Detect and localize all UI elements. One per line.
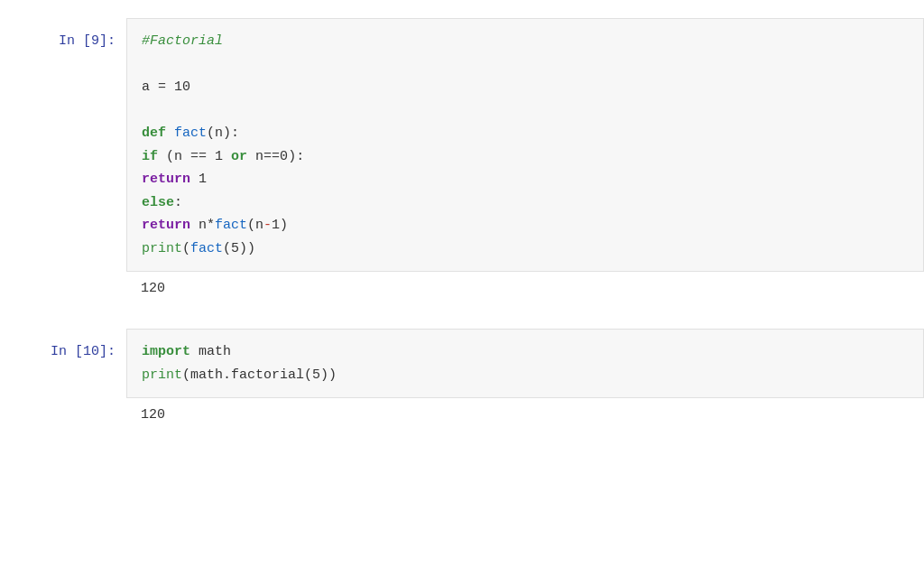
- code-line: print(math.factorial(5)): [142, 364, 909, 387]
- code-line: return 1: [142, 168, 909, 191]
- code-token: n*: [190, 218, 215, 233]
- code-token: fact: [215, 218, 247, 233]
- code-token: ):: [288, 149, 304, 164]
- code-token: :: [174, 195, 182, 210]
- cell-input-row: In [10]:import mathprint(math.factorial(…: [0, 329, 924, 398]
- code-token: 1: [207, 149, 231, 164]
- code-line: return n*fact(n-1): [142, 214, 909, 237]
- code-line: if (n == 1 or n==0):: [142, 145, 909, 169]
- code-token: n: [247, 149, 263, 164]
- cell-input-row: In [9]:#Factorial a = 10 def fact(n): if…: [0, 18, 924, 272]
- code-token: def: [142, 125, 166, 141]
- code-token: print: [142, 241, 182, 256]
- code-line: [142, 99, 909, 123]
- code-token: #Factorial: [142, 33, 223, 49]
- code-token: a: [142, 79, 150, 95]
- notebook: In [9]:#Factorial a = 10 def fact(n): if…: [0, 0, 924, 473]
- code-token: math: [190, 344, 231, 359]
- code-token: (math.factorial(5)): [182, 367, 337, 383]
- code-token: 1): [272, 218, 288, 233]
- code-token: [166, 125, 174, 141]
- cell-output-value: 120: [126, 398, 924, 439]
- code-token: fact: [174, 125, 207, 141]
- code-token: print: [142, 367, 182, 383]
- code-token: 1: [190, 172, 207, 187]
- code-line: [142, 53, 909, 77]
- code-token: return: [142, 172, 190, 187]
- code-line: import math: [142, 340, 909, 364]
- code-token: =: [150, 79, 174, 95]
- output-spacer: [0, 398, 126, 439]
- code-token: (n: [247, 218, 263, 233]
- cell-separator: [0, 312, 924, 329]
- cell-label: In [10]:: [0, 329, 126, 376]
- code-line: a = 10: [142, 76, 909, 99]
- cell-output-row: 120: [0, 272, 924, 312]
- code-token: (5)): [223, 241, 255, 256]
- code-token: if: [142, 149, 158, 164]
- cell-code[interactable]: import mathprint(math.factorial(5)): [126, 329, 924, 398]
- code-token: fact: [190, 241, 223, 256]
- code-token: (n):: [207, 125, 239, 141]
- output-spacer: [0, 272, 126, 312]
- code-token: (n: [158, 149, 190, 164]
- code-token: return: [142, 218, 190, 233]
- cell-cell-9: In [9]:#Factorial a = 10 def fact(n): if…: [0, 18, 924, 329]
- cell-output-row: 120: [0, 398, 924, 439]
- code-token: (: [182, 241, 190, 256]
- code-token: import: [142, 344, 190, 359]
- code-line: def fact(n):: [142, 122, 909, 145]
- code-line: else:: [142, 191, 909, 215]
- cell-code[interactable]: #Factorial a = 10 def fact(n): if (n == …: [126, 18, 924, 272]
- cell-output-value: 120: [126, 272, 924, 312]
- code-token: 10: [174, 79, 190, 95]
- code-token: -: [263, 218, 272, 233]
- code-token: else: [142, 195, 174, 210]
- cell-separator: [0, 439, 924, 455]
- code-token: ==: [263, 149, 280, 164]
- code-token: 0: [280, 149, 288, 164]
- cell-label: In [9]:: [0, 18, 126, 65]
- code-token: ==: [190, 149, 207, 164]
- code-line: print(fact(5)): [142, 237, 909, 261]
- cell-cell-10: In [10]:import mathprint(math.factorial(…: [0, 329, 924, 455]
- code-token: or: [231, 149, 247, 164]
- code-line: #Factorial: [142, 30, 909, 53]
